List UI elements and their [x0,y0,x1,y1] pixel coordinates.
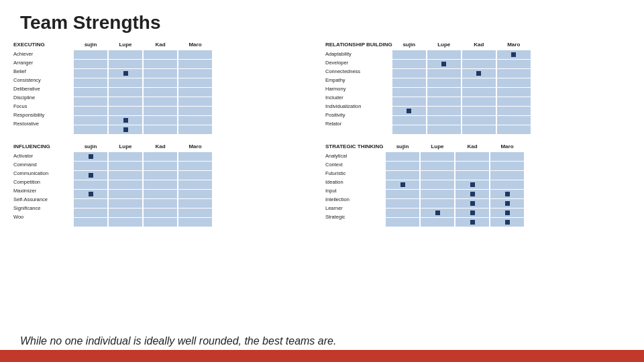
cell-3-2 [144,180,177,189]
cell-1-2 [144,162,177,170]
row-label-6: Significance [13,204,74,213]
row-label-6: Learner [325,204,386,213]
cell-3-2 [462,78,496,87]
cell-0-3 [178,50,212,59]
cell-0-0 [74,152,107,161]
col-header-3: Maro [178,141,212,152]
cell-5-3 [497,97,531,106]
col-header-1: Lupe [109,141,142,152]
cell-5-3 [178,199,212,208]
col-header-3: Maro [497,39,531,50]
influencing-section-labels: INFLUENCINGActivatorCommandCommunication… [13,141,74,227]
cell-0-3 [490,152,524,161]
row-label-2: Belief [13,67,74,76]
col-2: Kad [455,141,489,227]
cell-2-2 [144,69,177,78]
row-label-3: Consistency [13,76,74,84]
cell-7-3 [178,116,212,125]
cell-4-3 [497,88,531,97]
cell-2-1 [109,69,142,78]
cell-1-3 [497,60,531,68]
cell-0-1 [109,152,142,161]
col-header-3: Maro [178,39,212,50]
cell-5-3 [490,199,524,208]
cell-2-1 [421,171,454,180]
cell-7-0 [386,218,419,227]
cell-0-3 [497,50,531,59]
row-label-0: Activator [13,152,74,160]
col-header-2: Kad [144,141,177,152]
cell-3-3 [178,78,212,87]
cell-3-1 [109,180,142,189]
cell-3-1 [427,78,461,87]
cell-3-3 [490,180,524,189]
cell-8-1 [109,125,142,134]
cell-1-2 [462,60,496,68]
right-half: RELATIONSHIP BUILDINGAdaptabilityDevelop… [325,39,631,333]
relationship-section: RELATIONSHIP BUILDINGAdaptabilityDevelop… [325,39,631,134]
cell-1-0 [386,162,419,170]
cell-4-0 [386,190,419,198]
cell-4-3 [178,190,212,198]
cell-1-1 [109,60,142,68]
cell-4-2 [462,88,496,97]
bottom-bar [0,350,644,362]
cell-8-3 [497,125,531,134]
cell-1-1 [109,162,142,170]
col-3: Maro [490,141,524,227]
cell-4-0 [392,88,426,97]
col-header-0: sujin [74,39,107,50]
cell-5-2 [144,199,177,208]
cell-4-3 [490,190,524,198]
cell-1-2 [144,60,177,68]
cell-3-0 [386,180,419,189]
cell-4-1 [421,190,454,198]
strategic-section: STRATEGIC THINKINGAnalyticalContextFutur… [325,141,631,227]
cell-6-1 [109,107,142,115]
cell-0-2 [144,152,177,161]
row-label-4: Deliberative [13,84,74,93]
col-3: Maro [178,39,212,134]
cell-6-2 [144,107,177,115]
col-header-3: Maro [490,141,524,152]
cell-6-3 [178,107,212,115]
cell-1-3 [178,60,212,68]
col-2: Kad [144,39,177,134]
cell-0-3 [178,152,212,161]
cell-6-2 [144,208,177,217]
cell-0-1 [109,50,142,59]
cell-2-0 [392,69,426,78]
cell-3-1 [109,78,142,87]
row-label-3: Competition [13,178,74,186]
cell-6-2 [462,107,496,115]
row-label-4: Maximizer [13,186,74,195]
cell-7-3 [490,218,524,227]
cell-7-2 [144,218,177,227]
cell-4-0 [74,88,107,97]
cell-3-0 [392,78,426,87]
cell-8-2 [462,125,496,134]
cell-4-1 [109,88,142,97]
col-0: sujin [74,39,107,134]
cell-6-1 [421,208,454,217]
row-label-7: Responsibility [13,111,74,119]
cell-1-1 [427,60,461,68]
row-label-0: Analytical [325,152,386,160]
cell-1-1 [421,162,454,170]
cell-2-1 [109,171,142,180]
page: Team Strengths EXECUTINGAchieverArranger… [0,0,644,362]
row-label-8: Restorative [13,119,74,128]
cell-3-2 [455,180,489,189]
col-1: Lupe [109,39,142,134]
cell-6-3 [178,208,212,217]
cell-0-2 [462,50,496,59]
cell-7-0 [74,218,107,227]
cell-7-2 [144,116,177,125]
executing-section-labels: EXECUTINGAchieverArrangerBeliefConsisten… [13,39,74,134]
col-header-2: Kad [455,141,489,152]
col-header-0: sujin [386,141,419,152]
cell-5-1 [427,97,461,106]
cell-5-3 [178,97,212,106]
col-header-0: sujin [74,141,107,152]
cell-6-0 [74,208,107,217]
